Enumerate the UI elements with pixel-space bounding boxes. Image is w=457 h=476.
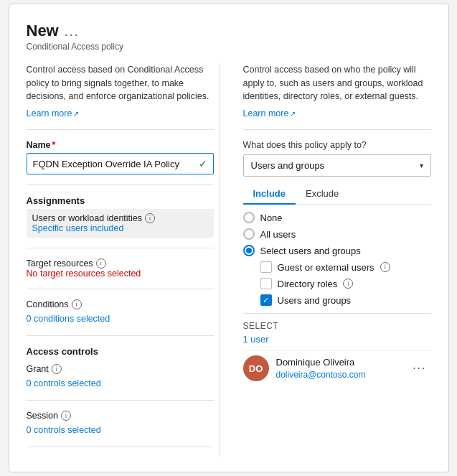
target-section: Target resources i No target resources s… xyxy=(27,258,214,279)
left-learn-more-link[interactable]: Learn more ↗ xyxy=(27,108,80,118)
directory-info-icon[interactable]: i xyxy=(343,279,353,289)
checkbox-box-directory xyxy=(260,278,272,289)
session-info-icon[interactable]: i xyxy=(61,411,71,421)
grant-section: Grant i 0 controls selected xyxy=(27,364,214,390)
checkmark-icon: ✓ xyxy=(263,296,269,305)
radio-none[interactable]: None xyxy=(243,212,431,223)
include-exclude-tabs: Include Exclude xyxy=(243,184,431,205)
checkbox-box-users-groups: ✓ xyxy=(260,294,272,306)
user-count[interactable]: 1 user xyxy=(243,334,431,345)
user-more-options-button[interactable]: ··· xyxy=(408,359,430,378)
user-name: Dominique Oliveira xyxy=(276,357,402,368)
users-value[interactable]: Specific users included xyxy=(32,223,208,233)
chevron-down-icon: ▾ xyxy=(420,162,423,169)
radio-circle-none xyxy=(243,212,255,223)
page-subtitle: Conditional Access policy xyxy=(27,42,123,52)
select-label: Select xyxy=(243,321,431,331)
radio-inner-dot xyxy=(246,248,252,253)
sub-checkboxes: Guest or external users i Directory role… xyxy=(260,261,431,306)
left-description: Control access based on Conditional Acce… xyxy=(27,63,214,103)
user-email[interactable]: doliveira@contoso.com xyxy=(276,370,366,380)
external-link-icon: ↗ xyxy=(73,110,79,118)
select-section: Select 1 user DO Dominique Oliveira doli… xyxy=(243,313,431,386)
conditions-info-icon[interactable]: i xyxy=(72,299,82,309)
access-controls-label: Access controls xyxy=(27,346,214,357)
checkbox-box-guest xyxy=(260,261,272,273)
right-description: Control access based on who the policy w… xyxy=(243,63,431,103)
name-input[interactable]: FQDN Exception Override IA Policy ✓ xyxy=(27,153,214,174)
user-row: DO Dominique Oliveira doliveira@contoso.… xyxy=(243,350,431,386)
right-panel: Control access based on who the policy w… xyxy=(237,63,431,457)
name-field-label: Name* xyxy=(27,140,214,150)
grant-value[interactable]: 0 controls selected xyxy=(27,375,214,390)
grant-info-icon[interactable]: i xyxy=(52,364,62,374)
page-title: New xyxy=(27,22,59,40)
session-section: Session i 0 controls selected xyxy=(27,411,214,437)
radio-select-users[interactable]: Select users and groups xyxy=(243,245,431,256)
guest-info-icon[interactable]: i xyxy=(380,262,390,272)
users-section: Users or workload identities i Specific … xyxy=(27,209,214,238)
target-info-icon[interactable]: i xyxy=(96,258,106,269)
conditions-value[interactable]: 0 conditions selected xyxy=(27,311,214,325)
avatar: DO xyxy=(243,355,269,381)
more-options-dots[interactable]: ... xyxy=(65,24,80,39)
target-value[interactable]: No target resources selected xyxy=(27,269,214,279)
session-value[interactable]: 0 controls selected xyxy=(27,422,214,437)
checkbox-users-groups[interactable]: ✓ Users and groups xyxy=(260,294,431,306)
checkbox-directory[interactable]: Directory roles i xyxy=(260,278,431,289)
users-info-icon[interactable]: i xyxy=(145,213,155,223)
conditions-section: Conditions i 0 conditions selected xyxy=(27,299,214,325)
user-info: Dominique Oliveira doliveira@contoso.com xyxy=(276,357,402,381)
left-panel: Control access based on Conditional Acce… xyxy=(27,63,220,457)
main-card: New ... Conditional Access policy Contro… xyxy=(9,4,449,472)
tab-exclude[interactable]: Exclude xyxy=(296,184,349,205)
radio-all-users[interactable]: All users xyxy=(243,228,431,240)
radio-circle-all-users xyxy=(243,228,255,240)
assignments-label: Assignments xyxy=(27,195,214,206)
checkbox-guest[interactable]: Guest or external users i xyxy=(260,261,431,273)
right-learn-more-link[interactable]: Learn more ↗ xyxy=(243,108,296,118)
check-icon: ✓ xyxy=(199,158,207,169)
right-external-link-icon: ↗ xyxy=(290,110,296,118)
apply-label: What does this policy apply to? xyxy=(243,140,431,150)
radio-circle-select xyxy=(243,245,255,256)
tab-include[interactable]: Include xyxy=(243,184,296,205)
policy-apply-dropdown[interactable]: Users and groups ▾ xyxy=(243,154,431,177)
